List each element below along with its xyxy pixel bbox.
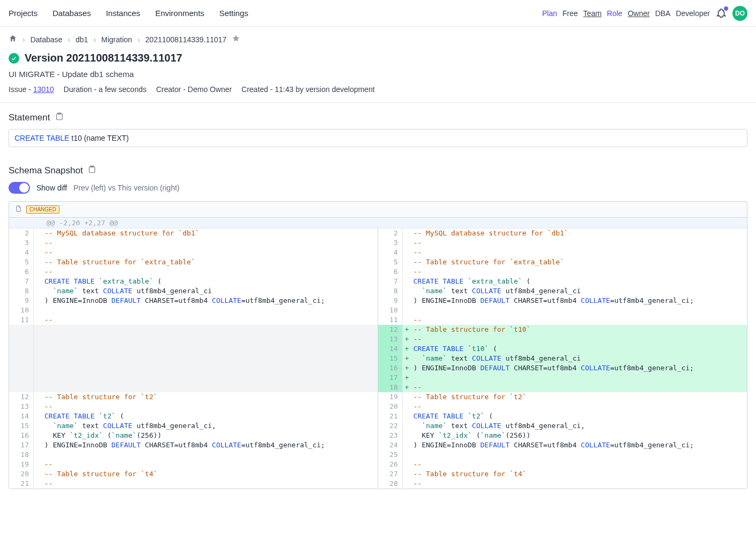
diff-row: 16 KEY `t2_idx` (`name`(256)) <box>9 431 378 440</box>
changed-badge: CHANGED <box>26 205 59 214</box>
crumb-database[interactable]: Database <box>30 35 63 44</box>
statement-rest: t10 (name TEXT) <box>70 134 129 142</box>
issue-label: Issue - <box>9 85 33 94</box>
diff-row: 27-- Table structure for `t4` <box>378 469 747 479</box>
diff-row: 7CREATE TABLE `extra_table` ( <box>378 277 747 286</box>
clipboard-icon[interactable] <box>87 164 97 177</box>
diff-row: 18+-- <box>378 383 747 392</box>
role-label: Role <box>607 9 622 18</box>
nav-instances[interactable]: Instances <box>106 9 140 18</box>
diff-row: 13-- <box>9 402 378 411</box>
nav-databases[interactable]: Databases <box>52 9 91 18</box>
diff-row <box>9 344 378 354</box>
page-header: Version 20211008114339.11017 UI MIGRATE … <box>0 52 756 103</box>
statement-section: Statement CREATE TABLE t10 (name TEXT) <box>0 103 756 156</box>
diff-row: 26-- <box>378 460 747 469</box>
duration-value: a few seconds <box>98 85 147 94</box>
diff-left-pane: 2-- MySQL database structure for `db1`3-… <box>9 228 378 489</box>
role-developer: Developer <box>676 9 710 18</box>
breadcrumb-sep: › <box>68 35 71 44</box>
diff-row: 11-- <box>9 315 378 325</box>
diff-hunk: @@ -2,20 +2,27 @@ <box>9 218 747 228</box>
snapshot-section: Schema Snapshot Show diff Prev (left) vs… <box>0 156 756 498</box>
crumb-version: 20211008114339.11017 <box>146 35 227 44</box>
diff-row: 3-- <box>378 238 747 248</box>
statement-keyword: CREATE TABLE <box>14 134 70 142</box>
diff-row: 23 KEY `t2_idx` (`name`(256)) <box>378 431 747 440</box>
diff-row: 2-- MySQL database structure for `db1` <box>9 228 378 238</box>
diff-row: 22 `name` text COLLATE utf8mb4_general_c… <box>378 421 747 431</box>
diff-body: @@ -2,20 +2,27 @@ 2-- MySQL database str… <box>9 217 747 489</box>
diff-row <box>9 363 378 373</box>
diff-header: CHANGED <box>9 201 747 217</box>
check-icon <box>9 53 19 64</box>
diff-row: 21-- <box>9 479 378 489</box>
diff-row: 19-- Table structure for `t2` <box>378 392 747 402</box>
crumb-db1[interactable]: db1 <box>75 35 88 44</box>
plan-label: Plan <box>542 9 557 18</box>
svg-rect-1 <box>56 114 62 120</box>
diff-right-pane: 2-- MySQL database structure for `db1`3-… <box>378 228 747 489</box>
breadcrumb-sep: › <box>94 35 96 44</box>
document-icon <box>14 205 22 214</box>
creator-value: Demo Owner <box>188 85 232 94</box>
diff-row: 2-- MySQL database structure for `db1` <box>378 228 747 238</box>
diff-row: 10 <box>9 306 378 315</box>
avatar[interactable]: DO <box>732 6 747 21</box>
diff-row: 24) ENGINE=InnoDB DEFAULT CHARSET=utf8mb… <box>378 440 747 450</box>
diff-row: 9) ENGINE=InnoDB DEFAULT CHARSET=utf8mb4… <box>9 296 378 306</box>
diff-row: 12+-- Table structure for `t10` <box>378 325 747 334</box>
diff-row: 15 `name` text COLLATE utf8mb4_general_c… <box>9 421 378 431</box>
diff-row: 15+ `name` text COLLATE utf8mb4_general_… <box>378 354 747 363</box>
page-meta: Issue - 13010 Duration - a few seconds C… <box>9 85 747 94</box>
diff-row: 16+) ENGINE=InnoDB DEFAULT CHARSET=utf8m… <box>378 363 747 373</box>
notifications-icon[interactable] <box>715 7 727 19</box>
show-diff-sub: Prev (left) vs This version (right) <box>73 184 179 192</box>
diff-row: 5-- Table structure for `extra_table` <box>9 257 378 267</box>
diff-row: 17) ENGINE=InnoDB DEFAULT CHARSET=utf8mb… <box>9 440 378 450</box>
plan-value: Free <box>562 9 578 18</box>
diff-row: 4-- <box>9 248 378 257</box>
statement-title: Statement <box>9 112 50 123</box>
star-icon[interactable] <box>232 34 240 44</box>
diff-row: 7CREATE TABLE `extra_table` ( <box>9 277 378 286</box>
svg-rect-3 <box>89 167 95 173</box>
diff-row <box>9 334 378 344</box>
diff-row: 21CREATE TABLE `t2` ( <box>378 411 747 421</box>
diff-row <box>9 325 378 334</box>
breadcrumb: › Database › db1 › Migration › 202110081… <box>0 27 756 52</box>
snapshot-title: Schema Snapshot <box>9 165 83 176</box>
diff-row: 9) ENGINE=InnoDB DEFAULT CHARSET=utf8mb4… <box>378 296 747 306</box>
duration-label: Duration - <box>64 85 98 94</box>
breadcrumb-sep: › <box>22 35 25 44</box>
crumb-migration[interactable]: Migration <box>101 35 132 44</box>
show-diff-toggle[interactable] <box>9 182 30 194</box>
statement-box: CREATE TABLE t10 (name TEXT) <box>9 129 747 147</box>
nav-environments[interactable]: Environments <box>155 9 204 18</box>
diff-row: 8 `name` text COLLATE utf8mb4_general_ci <box>378 286 747 296</box>
diff-row: 19-- <box>9 460 378 469</box>
diff-row: 6-- <box>378 267 747 277</box>
diff-row: 6-- <box>9 267 378 277</box>
topbar: Projects Databases Instances Environment… <box>0 0 756 27</box>
breadcrumb-sep: › <box>138 35 140 44</box>
diff-row: 20-- Table structure for `t4` <box>9 469 378 479</box>
role-value[interactable]: Owner <box>628 9 650 18</box>
role-dba: DBA <box>655 9 670 18</box>
plan-link[interactable]: Team <box>583 9 601 18</box>
created-value: 11:43 by version development <box>275 85 375 94</box>
clipboard-icon[interactable] <box>55 111 64 124</box>
diff-row: 10 <box>378 306 747 315</box>
nav-projects[interactable]: Projects <box>9 9 37 18</box>
nav-settings[interactable]: Settings <box>219 9 248 18</box>
diff-row <box>9 383 378 392</box>
diff-row: 4-- <box>378 248 747 257</box>
notification-dot <box>724 6 728 11</box>
issue-link[interactable]: 13010 <box>33 85 54 94</box>
created-label: Created - <box>241 85 274 94</box>
topbar-right: Plan Free Team Role Owner DBA Developer … <box>542 6 747 21</box>
home-icon[interactable] <box>9 34 17 44</box>
diff-row: 20-- <box>378 402 747 411</box>
page-subtitle: UI MIGRATE - Update db1 schema <box>9 70 747 79</box>
diff-row: 8 `name` text COLLATE utf8mb4_general_ci <box>9 286 378 296</box>
